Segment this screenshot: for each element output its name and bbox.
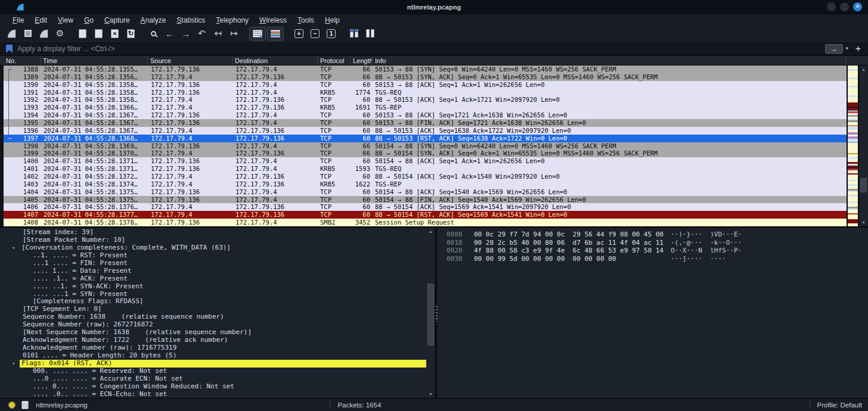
detail-line[interactable]: .... .0.. .... = ECN-Echo: Not set (0, 391, 426, 398)
packet-row-1389[interactable]: 13892024-07-31 04:55:28.1356…172.17.79.4… (4, 73, 847, 81)
packet-row-1391[interactable]: 13912024-07-31 04:55:28.1358…172.17.79.1… (4, 89, 847, 96)
menu-statistics[interactable]: Statistics (171, 16, 210, 24)
packet-row-1408[interactable]: 14082024-07-31 04:55:28.1378…172.17.79.1… (4, 219, 847, 226)
scroll-down-icon[interactable]: ▼ (426, 390, 435, 398)
detail-line[interactable]: ..1. .... = RST: Present (0, 252, 426, 260)
packet-row-1398[interactable]: 13982024-07-31 04:55:28.1369…172.17.79.1… (4, 142, 847, 150)
packet-row-1400[interactable]: 14002024-07-31 04:55:28.1371…172.17.79.1… (4, 157, 847, 165)
packet-row-1401[interactable]: 14012024-07-31 04:55:28.1371…172.17.79.1… (4, 165, 847, 173)
scrollbar-thumb[interactable] (427, 284, 434, 345)
start-capture-icon[interactable] (4, 27, 19, 41)
packet-row-1405[interactable]: 14052024-07-31 04:55:28.1375…172.17.79.1… (4, 196, 847, 204)
packet-row-1406[interactable]: 14062024-07-31 04:55:28.1376…172.17.79.4… (4, 203, 847, 211)
packet-row-1390[interactable]: 13902024-07-31 04:55:28.1358…172.17.79.1… (4, 81, 847, 89)
restart-capture-icon[interactable] (36, 27, 51, 41)
scroll-down-icon[interactable]: ▼ (859, 219, 868, 226)
packet-row-1397[interactable]: 13972024-07-31 04:55:28.1368…172.17.79.4… (4, 135, 847, 142)
detail-line[interactable]: ▾[Conversation completeness: Complete, W… (0, 244, 426, 252)
reload-file-icon[interactable]: ↻ (123, 27, 138, 41)
scrollbar-thumb[interactable] (860, 178, 867, 192)
open-file-icon[interactable] (75, 27, 90, 41)
go-back-icon[interactable]: ← (162, 27, 177, 41)
capture-options-icon[interactable]: ⚙ (52, 27, 67, 41)
pane-splitter[interactable] (435, 228, 437, 398)
detail-line[interactable]: .... 0... .... = Congestion Window Reduc… (0, 383, 426, 391)
auto-scroll-icon[interactable]: ▼ (249, 27, 266, 41)
find-packet-icon[interactable] (146, 27, 161, 41)
packet-row-1396[interactable]: 13962024-07-31 04:55:28.1367…172.17.79.4… (4, 127, 847, 135)
filter-bookmark-icon[interactable] (6, 45, 13, 53)
add-filter-button[interactable]: + (855, 43, 861, 54)
hex-row[interactable]: 001000 28 2c b5 40 00 80 06 d7 6b ac 11 … (447, 239, 868, 247)
column-header-destination[interactable]: Destination (232, 56, 318, 65)
close-button[interactable]: ✕ (853, 2, 862, 11)
scroll-up-icon[interactable]: ▲ (426, 228, 435, 235)
packet-row-1394[interactable]: 13942024-07-31 04:55:28.1367…172.17.79.1… (4, 111, 847, 119)
menu-go[interactable]: Go (79, 16, 99, 24)
packet-row-1393[interactable]: 13932024-07-31 04:55:28.1366…172.17.79.4… (4, 104, 847, 111)
zoom-in-icon[interactable]: + (292, 27, 306, 41)
detail-line[interactable]: .... 1... = Data: Present (0, 267, 426, 275)
menu-file[interactable]: File (7, 16, 29, 24)
intelligent-scrollbar[interactable] (847, 66, 859, 226)
filter-dropdown-caret-icon[interactable]: ▼ (845, 46, 850, 51)
packet-row-1402[interactable]: 14022024-07-31 04:55:28.1372…172.17.79.4… (4, 173, 847, 180)
menu-analyze[interactable]: Analyze (135, 16, 172, 24)
expert-info-icon[interactable] (8, 401, 16, 409)
go-to-packet-icon[interactable]: ↶ (194, 27, 209, 41)
packet-row-1395[interactable]: 13952024-07-31 04:55:28.1367…172.17.79.1… (4, 119, 847, 127)
packet-row-1407[interactable]: 14072024-07-31 04:55:28.1377…172.17.79.4… (4, 211, 847, 219)
detail-line[interactable]: ...0 .... .... = Accurate ECN: Not set (0, 375, 426, 383)
previous-packet-icon[interactable]: ↤ (210, 27, 225, 41)
normal-size-icon[interactable]: 1 (324, 27, 339, 41)
zoom-out-icon[interactable]: − (308, 27, 323, 41)
maximize-button[interactable] (840, 2, 849, 11)
stop-capture-icon[interactable] (20, 27, 35, 41)
menu-wireless[interactable]: Wireless (254, 16, 292, 24)
minimize-button[interactable] (827, 2, 836, 11)
menu-view[interactable]: View (52, 16, 79, 24)
detail-line[interactable]: .... .1.. = ACK: Present (0, 275, 426, 283)
column-header-info[interactable]: Info (373, 56, 846, 65)
scroll-up-icon[interactable]: ▲ (859, 66, 868, 73)
resize-columns-icon[interactable] (346, 27, 361, 41)
capture-comment-icon[interactable] (21, 401, 29, 409)
packet-row-1399[interactable]: 13992024-07-31 04:55:28.1370…172.17.79.4… (4, 150, 847, 157)
next-packet-icon[interactable]: ↦ (227, 27, 241, 41)
colorize-icon[interactable] (267, 27, 284, 41)
packet-list-scrollbar[interactable]: ▲ ▼ (859, 66, 868, 226)
menu-tools[interactable]: Tools (292, 16, 320, 24)
display-filter-input[interactable]: Apply a display filter ... <Ctrl-/> (17, 45, 825, 53)
details-scrollbar[interactable]: ▲ ▼ (426, 228, 435, 398)
packet-row-1404[interactable]: 14042024-07-31 04:55:28.1375…172.17.79.1… (4, 188, 847, 196)
hex-row[interactable]: 000000 0c 29 f7 7d 94 00 0c 29 56 44 f9 … (447, 231, 868, 239)
detail-line[interactable]: [Stream index: 39] (0, 229, 426, 236)
detail-line[interactable]: ▾Flags: 0x014 (RST, ACK) (0, 360, 426, 368)
menu-edit[interactable]: Edit (29, 16, 52, 24)
column-header-no[interactable]: No. (4, 56, 41, 65)
hex-row[interactable]: 003000 00 99 5d 00 00 00 00 00 00 00 00·… (447, 255, 868, 263)
status-profile[interactable]: Profile: Default (817, 401, 862, 409)
close-file-icon[interactable]: × (107, 27, 122, 41)
column-header-source[interactable]: Source (148, 56, 232, 65)
number-columns-icon[interactable] (362, 27, 377, 41)
expander-icon[interactable]: ▾ (12, 360, 15, 368)
go-forward-icon[interactable]: → (178, 27, 193, 41)
detail-line[interactable]: 000. .... .... = Reserved: Not set (0, 368, 426, 375)
menu-help[interactable]: Help (320, 16, 345, 24)
hex-row[interactable]: 00204f 88 00 58 c3 e9 9f 4e 6c 48 66 53 … (447, 247, 868, 255)
menu-capture[interactable]: Capture (99, 16, 135, 24)
detail-line[interactable]: [Stream Packet Number: 10] (0, 236, 426, 244)
apply-filter-button[interactable]: → (825, 44, 843, 54)
packet-row-1388[interactable]: 13882024-07-31 04:55:28.1355…172.17.79.1… (4, 66, 847, 73)
save-file-icon[interactable] (91, 27, 106, 41)
menu-telephony[interactable]: Telephony (210, 16, 254, 24)
packet-row-1392[interactable]: 13922024-07-31 04:55:28.1358…172.17.79.4… (4, 96, 847, 104)
detail-line[interactable]: .... ..1. = SYN-ACK: Present (0, 283, 426, 291)
column-header-time[interactable]: Time (41, 56, 148, 65)
detail-line[interactable]: ...1 .... = FIN: Present (0, 260, 426, 267)
packet-row-1403[interactable]: 14032024-07-31 04:55:28.1374…172.17.79.4… (4, 180, 847, 188)
expander-icon[interactable]: ▾ (12, 244, 15, 252)
column-header-length[interactable]: Length (351, 56, 373, 65)
detail-line[interactable]: 0101 .... = Header Length: 20 bytes (5) (0, 352, 426, 360)
